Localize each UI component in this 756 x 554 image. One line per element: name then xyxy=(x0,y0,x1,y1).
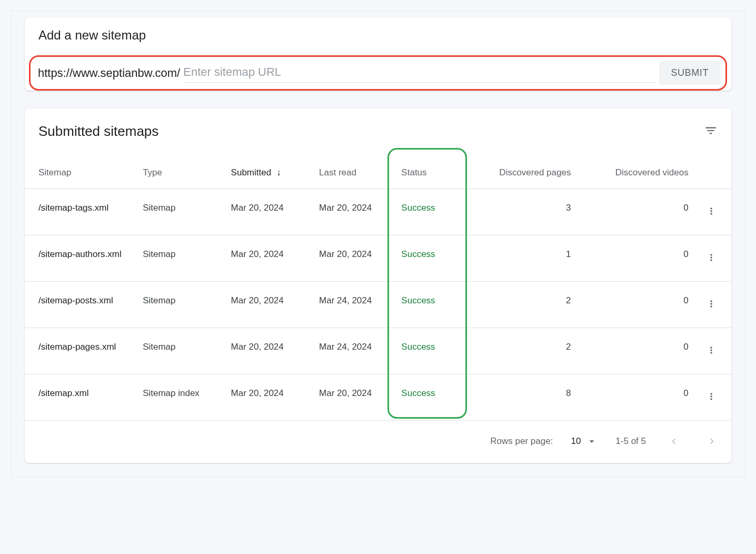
col-videos[interactable]: Discovered videos xyxy=(577,151,694,189)
cell-type: Sitemap xyxy=(136,235,224,282)
col-type[interactable]: Type xyxy=(136,151,224,189)
cell-sitemap: /sitemap-pages.xml xyxy=(25,328,136,374)
cell-videos: 0 xyxy=(577,374,694,421)
cell-videos: 0 xyxy=(577,189,694,235)
cell-last-read: Mar 24, 2024 xyxy=(313,282,395,328)
sitemaps-table: Sitemap Type Submitted↓ Last read Status… xyxy=(25,151,731,463)
col-status[interactable]: Status xyxy=(395,151,460,189)
cell-last-read: Mar 20, 2024 xyxy=(313,374,395,421)
page-range: 1-5 of 5 xyxy=(615,436,646,447)
cell-status: Success xyxy=(395,328,460,374)
col-sitemap[interactable]: Sitemap xyxy=(25,151,136,189)
filter-icon[interactable] xyxy=(704,124,718,139)
cell-last-read: Mar 24, 2024 xyxy=(313,328,395,374)
cell-submitted: Mar 20, 2024 xyxy=(225,374,313,421)
cell-last-read: Mar 20, 2024 xyxy=(313,235,395,282)
cell-videos: 0 xyxy=(577,328,694,374)
row-more-button[interactable] xyxy=(703,342,720,360)
table-row[interactable]: /sitemap-tags.xmlSitemapMar 20, 2024Mar … xyxy=(25,189,731,235)
prev-page-button[interactable] xyxy=(664,431,684,451)
cell-status: Success xyxy=(395,189,460,235)
cell-videos: 0 xyxy=(577,282,694,328)
more-vert-icon xyxy=(706,206,717,218)
url-prefix: https://www.septianbw.com/ xyxy=(38,66,180,80)
cell-videos: 0 xyxy=(577,235,694,282)
add-sitemap-title: Add a new sitemap xyxy=(38,28,718,43)
cell-type: Sitemap index xyxy=(136,374,224,421)
submitted-sitemaps-card: Submitted sitemaps Sitemap Type Submitte… xyxy=(25,108,731,463)
col-submitted[interactable]: Submitted↓ xyxy=(225,151,313,189)
cell-sitemap: /sitemap-posts.xml xyxy=(25,282,136,328)
row-more-button[interactable] xyxy=(703,249,720,268)
rows-per-page-select[interactable]: 10 xyxy=(571,436,598,447)
col-last-read[interactable]: Last read xyxy=(313,151,395,189)
cell-sitemap: /sitemap-tags.xml xyxy=(25,189,136,235)
table-row[interactable]: /sitemap-pages.xmlSitemapMar 20, 2024Mar… xyxy=(25,328,731,374)
cell-submitted: Mar 20, 2024 xyxy=(225,282,313,328)
cell-pages: 8 xyxy=(460,374,577,421)
row-more-button[interactable] xyxy=(703,295,720,314)
add-sitemap-card: Add a new sitemap https://www.septianbw.… xyxy=(25,17,731,91)
sitemap-url-input[interactable] xyxy=(183,63,656,83)
col-pages[interactable]: Discovered pages xyxy=(460,151,577,189)
submit-button[interactable]: SUBMIT xyxy=(659,61,720,85)
row-more-button[interactable] xyxy=(703,203,720,221)
table-pager: Rows per page: 10 1-5 of 5 xyxy=(38,431,722,451)
cell-submitted: Mar 20, 2024 xyxy=(225,328,313,374)
cell-type: Sitemap xyxy=(136,282,224,328)
cell-status: Success xyxy=(395,235,460,282)
rows-per-page-label: Rows per page: xyxy=(490,436,553,447)
cell-last-read: Mar 20, 2024 xyxy=(313,189,395,235)
cell-submitted: Mar 20, 2024 xyxy=(225,235,313,282)
table-row[interactable]: /sitemap-authors.xmlSitemapMar 20, 2024M… xyxy=(25,235,731,282)
submitted-sitemaps-title: Submitted sitemaps xyxy=(38,123,158,140)
chevron-left-icon xyxy=(668,436,680,447)
cell-sitemap: /sitemap-authors.xml xyxy=(25,235,136,282)
more-vert-icon xyxy=(706,345,717,357)
cell-pages: 3 xyxy=(460,189,577,235)
cell-type: Sitemap xyxy=(136,328,224,374)
table-row[interactable]: /sitemap-posts.xmlSitemapMar 20, 2024Mar… xyxy=(25,282,731,328)
dropdown-icon xyxy=(586,436,598,447)
more-vert-icon xyxy=(706,299,717,311)
row-more-button[interactable] xyxy=(703,388,720,407)
more-vert-icon xyxy=(706,252,717,264)
cell-status: Success xyxy=(395,374,460,421)
cell-sitemap: /sitemap.xml xyxy=(25,374,136,421)
add-sitemap-input-highlight: https://www.septianbw.com/ SUBMIT xyxy=(29,55,727,91)
next-page-button[interactable] xyxy=(702,431,722,451)
sort-arrow-down-icon: ↓ xyxy=(276,167,281,177)
table-row[interactable]: /sitemap.xmlSitemap indexMar 20, 2024Mar… xyxy=(25,374,731,421)
cell-pages: 1 xyxy=(460,235,577,282)
cell-pages: 2 xyxy=(460,328,577,374)
cell-status: Success xyxy=(395,282,460,328)
cell-type: Sitemap xyxy=(136,189,224,235)
cell-submitted: Mar 20, 2024 xyxy=(225,189,313,235)
more-vert-icon xyxy=(706,391,717,403)
chevron-right-icon xyxy=(706,436,718,447)
cell-pages: 2 xyxy=(460,282,577,328)
